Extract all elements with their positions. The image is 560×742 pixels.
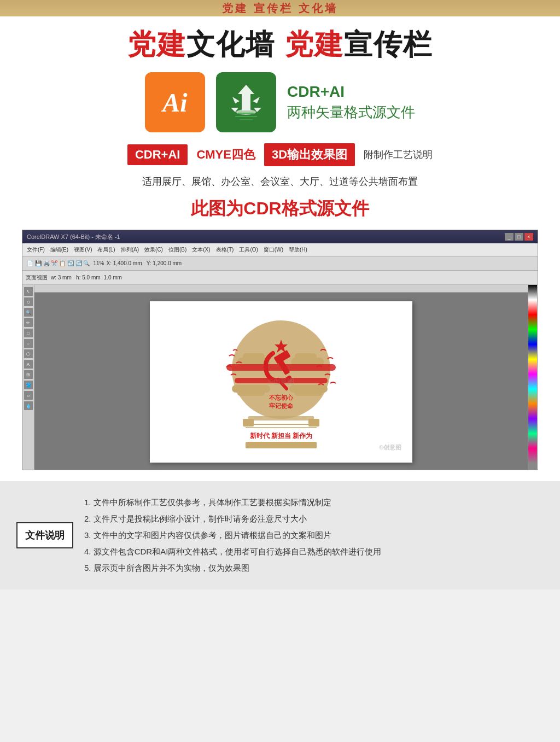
- svg-rect-12: [243, 353, 265, 360]
- main-content: 党建文化墙 党建宣传栏 Ai: [0, 16, 560, 481]
- color-strip: [528, 285, 537, 470]
- svg-rect-24: [235, 378, 328, 383]
- top-banner-text: 党建 宣传栏 文化墙: [222, 1, 337, 16]
- file-notes-label: 文件说明: [16, 522, 73, 548]
- cdr-icon-box: [216, 72, 276, 132]
- note-item-2: 2. 文件尺寸是投稿比例缩小设计，制作时请务必注意尺寸大小: [84, 511, 544, 527]
- minimize-button[interactable]: _: [505, 233, 514, 241]
- menu-item-file[interactable]: 文件(F): [25, 246, 47, 254]
- top-banner: 党建 宣传栏 文化墙: [0, 0, 560, 16]
- title-part1-red: 党建: [127, 28, 186, 60]
- menu-item-help[interactable]: 帮助(H): [287, 246, 310, 254]
- note-item-3: 3. 文件中的文字和图片内容仅供参考，图片请根据自己的文案和图片: [84, 527, 544, 544]
- party-design-svg: 不忘初心 牢记使命: [194, 304, 369, 452]
- svg-rect-16: [237, 390, 265, 396]
- cdr-menubar: 文件(F) 编辑(E) 视图(V) 布局(L) 排列(A) 效果(C) 位图(B…: [22, 243, 538, 256]
- title-part2-black: 宣传栏: [344, 28, 433, 60]
- svg-rect-28: [243, 419, 254, 426]
- tag-3d-output: 3D输出效果图: [264, 143, 355, 166]
- toolbar2-icons: 📄 💾 🖨️ ✂️ 📋 ↩️ ↪️ 🔍: [26, 260, 91, 266]
- tag-cmye: CMYE四色: [196, 147, 255, 163]
- ai-icon-box: Ai: [145, 72, 205, 132]
- cdr-toolbar3: 页面视图 w: 3 mm h: 5.0 mm 1.0 mm: [22, 271, 538, 285]
- cdr-toolbar2: 📄 💾 🖨️ ✂️ 📋 ↩️ ↪️ 🔍 11% X: 1,400.0 mm Y:…: [22, 256, 538, 271]
- cdr-titlebar: CorelDRAW X7 (64-Bit) - 未命名 -1 _ □ ×: [22, 230, 538, 243]
- menu-item-bitmap[interactable]: 位图(B): [166, 246, 189, 254]
- maximize-button[interactable]: □: [515, 233, 523, 241]
- file-notes-list: 1. 文件中所标制作工艺仅供参考，具体制作工艺要根据实际情况制定 2. 文件尺寸…: [84, 494, 544, 576]
- format-cdr-ai-label: CDR+AI: [287, 83, 415, 101]
- menu-item-view[interactable]: 视图(V): [72, 246, 94, 254]
- format-text-block: CDR+AI 两种矢量格式源文件: [287, 83, 415, 122]
- cdr-workarea: ↖ ◇ 🔍 ✏ □ ○ ⬡ A ⊞ 🪣 ▱ 💧: [22, 285, 538, 470]
- svg-rect-14: [295, 353, 317, 360]
- watermark-canvas: ©创意图: [379, 443, 401, 452]
- tool-shape[interactable]: ◇: [24, 297, 33, 306]
- toolbar3-size: w: 3 mm h: 5.0 mm: [51, 274, 101, 281]
- svg-text:不忘初心: 不忘初心: [269, 394, 294, 401]
- cdr-left-panel: ↖ ◇ 🔍 ✏ □ ○ ⬡ A ⊞ 🪣 ▱ 💧: [22, 285, 34, 470]
- format-two-formats: 两种矢量格式源文件: [287, 103, 415, 122]
- menu-item-arrange[interactable]: 排列(A): [119, 246, 141, 254]
- menu-item-effect[interactable]: 效果(C): [142, 246, 165, 254]
- title-row: 党建文化墙 党建宣传栏: [22, 27, 538, 61]
- tool-outline[interactable]: ▱: [24, 391, 33, 400]
- toolbar3-page: 页面视图: [26, 274, 48, 282]
- menu-item-layout[interactable]: 布局(L): [95, 246, 117, 254]
- ai-icon-text: Ai: [162, 87, 187, 118]
- cdr-screenshot: CorelDRAW X7 (64-Bit) - 未命名 -1 _ □ × 文件(…: [22, 230, 538, 470]
- toolbar2-zoom: 11%: [93, 260, 104, 266]
- tool-rect[interactable]: □: [24, 329, 33, 337]
- tag-cdr-ai: CDR+AI: [127, 144, 188, 165]
- svg-point-2: [236, 109, 256, 115]
- usage-desc: 适用展厅、展馆、办公室、会议室、大厅、过道等公共墙面布置: [22, 175, 538, 188]
- svg-rect-18: [295, 390, 322, 396]
- title-part2-red: 党建: [285, 28, 344, 60]
- tool-eyedropper[interactable]: 💧: [24, 401, 33, 410]
- tool-polygon[interactable]: ⬡: [24, 349, 33, 358]
- menu-item-window[interactable]: 窗口(W): [261, 246, 285, 254]
- cdr-color-panel: [528, 285, 538, 470]
- tool-ellipse[interactable]: ○: [24, 339, 33, 348]
- cdr-white-page: 不忘初心 牢记使命: [150, 301, 412, 463]
- menu-item-table[interactable]: 表格(T): [214, 246, 236, 254]
- tag-row: CDR+AI CMYE四色 3D输出效果图 附制作工艺说明: [22, 143, 538, 166]
- menu-item-text[interactable]: 文本(X): [190, 246, 212, 254]
- note-item-4: 4. 源文件包含CDR和AI两种文件格式，使用者可自行选择自己熟悉的软件进行使用: [84, 544, 544, 560]
- format-row: Ai: [22, 72, 538, 132]
- tool-fill[interactable]: 🪣: [24, 381, 33, 389]
- note-item-1: 1. 文件中所标制作工艺仅供参考，具体制作工艺要根据实际情况制定: [84, 494, 544, 511]
- svg-text:新时代  新担当  新作为: 新时代 新担当 新作为: [250, 432, 313, 440]
- svg-text:牢记使命: 牢记使命: [269, 402, 294, 409]
- cdr-logo-svg: [224, 80, 268, 124]
- tool-text[interactable]: A: [24, 360, 33, 369]
- tool-table[interactable]: ⊞: [24, 370, 33, 379]
- toolbar3-size2: 1.0 mm: [104, 274, 122, 281]
- title-part1-black: 文化墙: [186, 28, 275, 60]
- cdr-subtitle: 此图为CDR格式源文件: [22, 197, 538, 221]
- toolbar2-coords: X: 1,400.0 mm Y: 1,200.0 mm: [106, 260, 182, 266]
- tool-freehand[interactable]: ✏: [24, 318, 33, 327]
- menu-item-edit[interactable]: 编辑(E): [48, 246, 71, 254]
- close-button[interactable]: ×: [524, 233, 533, 241]
- cdr-canvas-area: 不忘初心 牢记使命: [34, 285, 528, 470]
- cdr-win-buttons: _ □ ×: [505, 233, 533, 241]
- tag-craft-note: 附制作工艺说明: [364, 148, 433, 161]
- svg-rect-33: [246, 442, 317, 448]
- tool-zoom[interactable]: 🔍: [24, 308, 33, 317]
- note-item-5: 5. 展示页中所含图片并不为实物，仅为效果图: [84, 560, 544, 576]
- svg-rect-23: [226, 364, 336, 371]
- ruler-horizontal: [34, 285, 528, 293]
- svg-rect-27: [248, 416, 314, 420]
- menu-item-tools[interactable]: 工具(O): [237, 246, 260, 254]
- file-notes-section: 文件说明 1. 文件中所标制作工艺仅供参考，具体制作工艺要根据实际情况制定 2.…: [0, 481, 560, 589]
- tool-select[interactable]: ↖: [24, 287, 33, 296]
- svg-rect-29: [308, 419, 319, 426]
- cdr-window-title: CorelDRAW X7 (64-Bit) - 未命名 -1: [27, 233, 501, 241]
